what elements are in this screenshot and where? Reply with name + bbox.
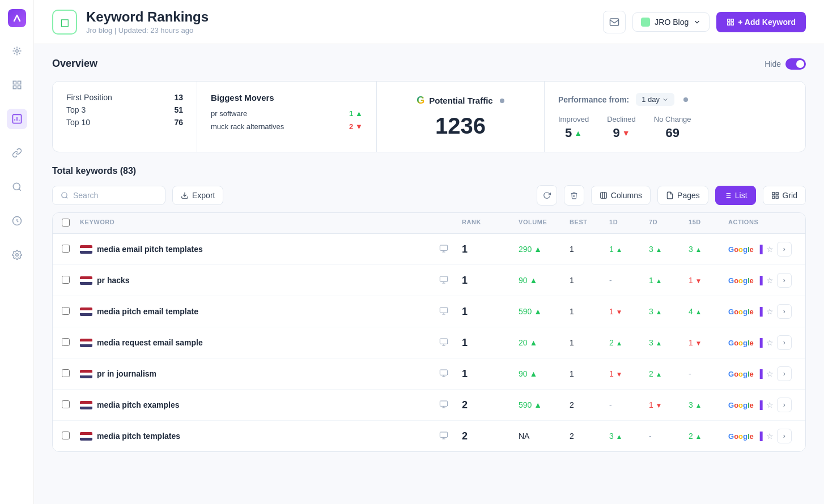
google-action-icon[interactable]: Google [728, 370, 754, 378]
star-action-icon[interactable]: ☆ [766, 400, 774, 409]
select-all-checkbox[interactable] [62, 219, 80, 228]
blog-color-dot [641, 18, 650, 27]
expand-action-button[interactable]: › [777, 273, 792, 288]
google-action-icon[interactable]: Google [728, 245, 754, 254]
expand-action-button[interactable]: › [777, 398, 792, 412]
mover-value-1: 1 ▲ [349, 109, 363, 118]
keyword-name: media email pitch templates [97, 245, 203, 254]
svg-rect-4 [18, 86, 20, 89]
flag-icon [80, 370, 92, 378]
traffic-title: Potential Traffic [429, 96, 493, 105]
chart-action-icon[interactable]: ▐ [757, 400, 763, 409]
columns-button[interactable]: Columns [591, 186, 651, 205]
pages-button[interactable]: Pages [657, 186, 708, 205]
sidebar-item-links[interactable] [7, 143, 27, 163]
row-checkbox[interactable] [62, 276, 80, 285]
flag-icon [80, 432, 92, 441]
volume-value: 20 ▲ [519, 338, 537, 347]
sidebar-item-traffic[interactable] [7, 211, 27, 231]
svg-rect-10 [728, 19, 730, 21]
sidebar-item-analytics[interactable] [7, 109, 27, 129]
no-change-metric: No Change 69 [654, 115, 691, 140]
table-row: media email pitch templates 1 290 ▲ 1 1 … [53, 234, 805, 265]
cell-value: - [609, 276, 612, 285]
keyword-cell: media email pitch templates [80, 245, 439, 254]
expand-action-button[interactable]: › [777, 335, 792, 350]
svg-rect-35 [440, 432, 447, 437]
star-action-icon[interactable]: ☆ [766, 338, 774, 347]
table-row: media pitch templates 2 NA 2 3 ▲ - 2 ▲ G… [53, 421, 805, 451]
google-action-icon[interactable]: Google [728, 401, 754, 409]
email-button[interactable] [603, 11, 626, 33]
device-icon [439, 306, 462, 317]
1d-cell: 1 ▼ [609, 369, 649, 378]
refresh-button[interactable] [537, 185, 557, 206]
top3-label: Top 3 [66, 105, 86, 114]
actions-col-header: ACTIONS [728, 219, 796, 228]
volume-cell: 90 ▲ [519, 276, 570, 285]
expand-action-button[interactable]: › [777, 366, 792, 381]
grid-view-button[interactable]: Grid [763, 186, 806, 205]
position-stats-card: First Position 13 Top 3 51 Top 10 76 [53, 82, 197, 152]
list-view-button[interactable]: List [715, 186, 756, 205]
row-checkbox[interactable] [62, 432, 80, 441]
1d-cell: 1 ▼ [609, 307, 649, 316]
expand-action-button[interactable]: › [777, 429, 792, 443]
star-action-icon[interactable]: ☆ [766, 307, 774, 316]
export-button[interactable]: Export [172, 186, 223, 205]
sidebar-item-search[interactable] [7, 177, 27, 197]
improved-arrow: ▲ [574, 129, 582, 138]
search-input-wrapper[interactable]: Search [52, 186, 165, 205]
keyword-name: pr in journalism [97, 369, 156, 378]
rank-cell: 2 [462, 430, 519, 442]
row-checkbox[interactable] [62, 307, 80, 317]
google-action-icon[interactable]: Google [728, 339, 754, 347]
15d-cell: 1 ▼ [689, 338, 728, 347]
row-checkbox[interactable] [62, 369, 80, 379]
hide-toggle[interactable]: Hide [764, 58, 806, 70]
no-change-value: 69 [654, 126, 691, 140]
chart-action-icon[interactable]: ▐ [757, 338, 763, 347]
delete-button[interactable] [564, 185, 584, 206]
sidebar-item-rankings[interactable] [7, 41, 27, 61]
expand-action-button[interactable]: › [777, 304, 792, 319]
chart-action-icon[interactable]: ▐ [757, 245, 763, 254]
refresh-icon [543, 191, 551, 199]
top3-stat: Top 3 51 [66, 105, 183, 114]
google-action-icon[interactable]: Google [728, 432, 754, 441]
row-checkbox[interactable] [62, 400, 80, 410]
volume-cell: NA [519, 432, 570, 441]
row-checkbox[interactable] [62, 338, 80, 348]
toggle-switch[interactable] [785, 58, 806, 70]
star-action-icon[interactable]: ☆ [766, 369, 774, 378]
chart-action-icon[interactable]: ▐ [757, 369, 763, 378]
page-subtitle: Jro blog | Updated: 23 hours ago [86, 26, 209, 35]
best-cell: 1 [570, 369, 609, 378]
chart-action-icon[interactable]: ▐ [757, 432, 763, 441]
volume-value: 590 ▲ [519, 400, 542, 409]
traffic-info-dot [500, 99, 504, 103]
rank-cell: 1 [462, 306, 519, 318]
volume-value: 290 ▲ [519, 245, 542, 254]
keyword-cell: pr hacks [80, 276, 439, 285]
google-action-icon[interactable]: Google [728, 307, 754, 316]
perf-label: Performance from: [558, 95, 629, 104]
google-action-icon[interactable]: Google [728, 276, 754, 285]
blog-selector[interactable]: JRO Blog [632, 12, 710, 32]
sidebar-item-dashboard[interactable] [7, 75, 27, 95]
row-checkbox[interactable] [62, 245, 80, 254]
search-icon [61, 191, 69, 199]
svg-point-14 [62, 193, 67, 198]
perf-period-selector[interactable]: 1 day [636, 93, 674, 106]
15d-cell: 3 ▲ [689, 400, 728, 409]
star-action-icon[interactable]: ☆ [766, 245, 774, 254]
keyword-name: media pitch templates [97, 432, 180, 441]
star-action-icon[interactable]: ☆ [766, 432, 774, 441]
add-keyword-button[interactable]: + Add Keyword [716, 12, 806, 32]
sidebar-item-settings[interactable] [7, 245, 27, 265]
chart-action-icon[interactable]: ▐ [757, 307, 763, 316]
star-action-icon[interactable]: ☆ [766, 276, 774, 285]
chart-action-icon[interactable]: ▐ [757, 276, 763, 285]
rank-cell: 1 [462, 337, 519, 349]
expand-action-button[interactable]: › [777, 242, 792, 257]
